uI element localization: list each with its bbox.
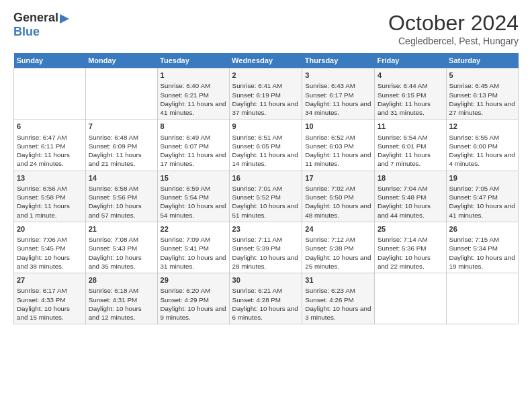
day-number: 16 <box>232 173 300 183</box>
day-number: 7 <box>89 122 154 132</box>
calendar-table: SundayMondayTuesdayWednesdayThursdayFrid… <box>13 53 519 324</box>
day-number: 8 <box>161 122 226 132</box>
cell-content: Sunrise: 6:17 AM Sunset: 4:33 PM Dayligh… <box>17 286 83 322</box>
day-number: 28 <box>89 275 154 285</box>
location: Cegledbercel, Pest, Hungary <box>388 36 519 46</box>
calendar-cell: 22Sunrise: 7:09 AM Sunset: 5:41 PM Dayli… <box>157 222 229 273</box>
calendar-cell <box>14 68 86 120</box>
cell-content: Sunrise: 6:40 AM Sunset: 6:21 PM Dayligh… <box>161 81 226 117</box>
day-number: 2 <box>232 71 300 81</box>
cell-content: Sunrise: 6:49 AM Sunset: 6:07 PM Dayligh… <box>161 133 226 169</box>
day-number: 26 <box>449 224 515 234</box>
calendar-cell: 4Sunrise: 6:44 AM Sunset: 6:15 PM Daylig… <box>374 68 446 120</box>
cell-content: Sunrise: 6:43 AM Sunset: 6:17 PM Dayligh… <box>305 81 371 117</box>
calendar-cell: 3Sunrise: 6:43 AM Sunset: 6:17 PM Daylig… <box>302 68 375 120</box>
cell-content: Sunrise: 7:14 AM Sunset: 5:36 PM Dayligh… <box>378 235 443 271</box>
cell-content: Sunrise: 6:52 AM Sunset: 6:03 PM Dayligh… <box>305 133 371 169</box>
day-number: 17 <box>305 173 371 183</box>
header-thursday: Thursday <box>302 53 375 68</box>
cell-content: Sunrise: 6:45 AM Sunset: 6:13 PM Dayligh… <box>449 81 515 117</box>
cell-content: Sunrise: 6:54 AM Sunset: 6:01 PM Dayligh… <box>378 133 443 169</box>
cell-content: Sunrise: 7:15 AM Sunset: 5:34 PM Dayligh… <box>449 235 515 271</box>
calendar-cell: 13Sunrise: 6:56 AM Sunset: 5:58 PM Dayli… <box>14 171 86 222</box>
day-number: 22 <box>161 224 226 234</box>
calendar-cell: 10Sunrise: 6:52 AM Sunset: 6:03 PM Dayli… <box>302 120 375 171</box>
cell-content: Sunrise: 7:08 AM Sunset: 5:43 PM Dayligh… <box>89 235 154 271</box>
header-sunday: Sunday <box>14 53 86 68</box>
day-number: 5 <box>449 71 515 81</box>
week-row-3: 20Sunrise: 7:06 AM Sunset: 5:45 PM Dayli… <box>14 222 519 273</box>
header-monday: Monday <box>85 53 157 68</box>
logo: General Blue <box>13 11 69 39</box>
calendar-cell: 6Sunrise: 6:47 AM Sunset: 6:11 PM Daylig… <box>14 120 86 171</box>
calendar-cell: 25Sunrise: 7:14 AM Sunset: 5:36 PM Dayli… <box>374 222 446 273</box>
calendar-cell: 14Sunrise: 6:58 AM Sunset: 5:56 PM Dayli… <box>85 171 157 222</box>
day-number: 3 <box>305 71 371 81</box>
cell-content: Sunrise: 7:04 AM Sunset: 5:48 PM Dayligh… <box>378 184 443 220</box>
calendar-cell: 26Sunrise: 7:15 AM Sunset: 5:34 PM Dayli… <box>446 222 518 273</box>
day-number: 18 <box>378 173 443 183</box>
calendar-cell: 19Sunrise: 7:05 AM Sunset: 5:47 PM Dayli… <box>446 171 518 222</box>
cell-content: Sunrise: 6:47 AM Sunset: 6:11 PM Dayligh… <box>17 133 83 169</box>
calendar-cell: 17Sunrise: 7:02 AM Sunset: 5:50 PM Dayli… <box>302 171 375 222</box>
day-number: 6 <box>17 122 83 132</box>
calendar-cell <box>374 273 446 324</box>
cell-content: Sunrise: 7:12 AM Sunset: 5:38 PM Dayligh… <box>305 235 371 271</box>
cell-content: Sunrise: 6:21 AM Sunset: 4:28 PM Dayligh… <box>232 286 300 322</box>
day-number: 27 <box>17 275 83 285</box>
day-number: 12 <box>449 122 515 132</box>
cell-content: Sunrise: 6:55 AM Sunset: 6:00 PM Dayligh… <box>449 133 515 169</box>
calendar-cell: 20Sunrise: 7:06 AM Sunset: 5:45 PM Dayli… <box>14 222 86 273</box>
day-number: 14 <box>89 173 154 183</box>
week-row-1: 6Sunrise: 6:47 AM Sunset: 6:11 PM Daylig… <box>14 120 519 171</box>
calendar-cell: 24Sunrise: 7:12 AM Sunset: 5:38 PM Dayli… <box>302 222 375 273</box>
header: General Blue October 2024 Cegledbercel, … <box>13 11 519 46</box>
cell-content: Sunrise: 7:05 AM Sunset: 5:47 PM Dayligh… <box>449 184 515 220</box>
calendar-cell: 21Sunrise: 7:08 AM Sunset: 5:43 PM Dayli… <box>85 222 157 273</box>
cell-content: Sunrise: 6:48 AM Sunset: 6:09 PM Dayligh… <box>89 133 154 169</box>
calendar-cell: 16Sunrise: 7:01 AM Sunset: 5:52 PM Dayli… <box>229 171 302 222</box>
week-row-4: 27Sunrise: 6:17 AM Sunset: 4:33 PM Dayli… <box>14 273 519 324</box>
day-number: 4 <box>378 71 443 81</box>
day-number: 25 <box>378 224 443 234</box>
calendar-cell: 18Sunrise: 7:04 AM Sunset: 5:48 PM Dayli… <box>374 171 446 222</box>
cell-content: Sunrise: 7:06 AM Sunset: 5:45 PM Dayligh… <box>17 235 83 271</box>
header-wednesday: Wednesday <box>229 53 302 68</box>
calendar-cell: 15Sunrise: 6:59 AM Sunset: 5:54 PM Dayli… <box>157 171 229 222</box>
cell-content: Sunrise: 7:09 AM Sunset: 5:41 PM Dayligh… <box>161 235 226 271</box>
header-tuesday: Tuesday <box>157 53 229 68</box>
calendar-cell: 7Sunrise: 6:48 AM Sunset: 6:09 PM Daylig… <box>85 120 157 171</box>
cell-content: Sunrise: 6:18 AM Sunset: 4:31 PM Dayligh… <box>89 286 154 322</box>
day-number: 30 <box>232 275 300 285</box>
calendar-cell: 30Sunrise: 6:21 AM Sunset: 4:28 PM Dayli… <box>229 273 302 324</box>
day-number: 11 <box>378 122 443 132</box>
day-number: 13 <box>17 173 83 183</box>
calendar-cell: 5Sunrise: 6:45 AM Sunset: 6:13 PM Daylig… <box>446 68 518 120</box>
week-row-2: 13Sunrise: 6:56 AM Sunset: 5:58 PM Dayli… <box>14 171 519 222</box>
calendar-cell: 11Sunrise: 6:54 AM Sunset: 6:01 PM Dayli… <box>374 120 446 171</box>
cell-content: Sunrise: 6:56 AM Sunset: 5:58 PM Dayligh… <box>17 184 83 220</box>
cell-content: Sunrise: 7:01 AM Sunset: 5:52 PM Dayligh… <box>232 184 300 220</box>
header-saturday: Saturday <box>446 53 518 68</box>
day-number: 24 <box>305 224 371 234</box>
calendar-cell <box>446 273 518 324</box>
cell-content: Sunrise: 6:58 AM Sunset: 5:56 PM Dayligh… <box>89 184 154 220</box>
cell-content: Sunrise: 6:44 AM Sunset: 6:15 PM Dayligh… <box>378 81 443 117</box>
svg-marker-0 <box>60 14 69 24</box>
title-block: October 2024 Cegledbercel, Pest, Hungary <box>388 11 519 46</box>
day-number: 19 <box>449 173 515 183</box>
header-friday: Friday <box>374 53 446 68</box>
calendar-cell: 27Sunrise: 6:17 AM Sunset: 4:33 PM Dayli… <box>14 273 86 324</box>
calendar-cell: 29Sunrise: 6:20 AM Sunset: 4:29 PM Dayli… <box>157 273 229 324</box>
cell-content: Sunrise: 7:02 AM Sunset: 5:50 PM Dayligh… <box>305 184 371 220</box>
cell-content: Sunrise: 6:23 AM Sunset: 4:26 PM Dayligh… <box>305 286 371 322</box>
day-number: 15 <box>161 173 226 183</box>
calendar-cell: 8Sunrise: 6:49 AM Sunset: 6:07 PM Daylig… <box>157 120 229 171</box>
calendar-cell: 9Sunrise: 6:51 AM Sunset: 6:05 PM Daylig… <box>229 120 302 171</box>
day-number: 10 <box>305 122 371 132</box>
day-number: 21 <box>89 224 154 234</box>
calendar-cell: 23Sunrise: 7:11 AM Sunset: 5:39 PM Dayli… <box>229 222 302 273</box>
calendar-cell: 1Sunrise: 6:40 AM Sunset: 6:21 PM Daylig… <box>157 68 229 120</box>
cell-content: Sunrise: 6:59 AM Sunset: 5:54 PM Dayligh… <box>161 184 226 220</box>
logo-blue-text: Blue <box>13 25 40 38</box>
